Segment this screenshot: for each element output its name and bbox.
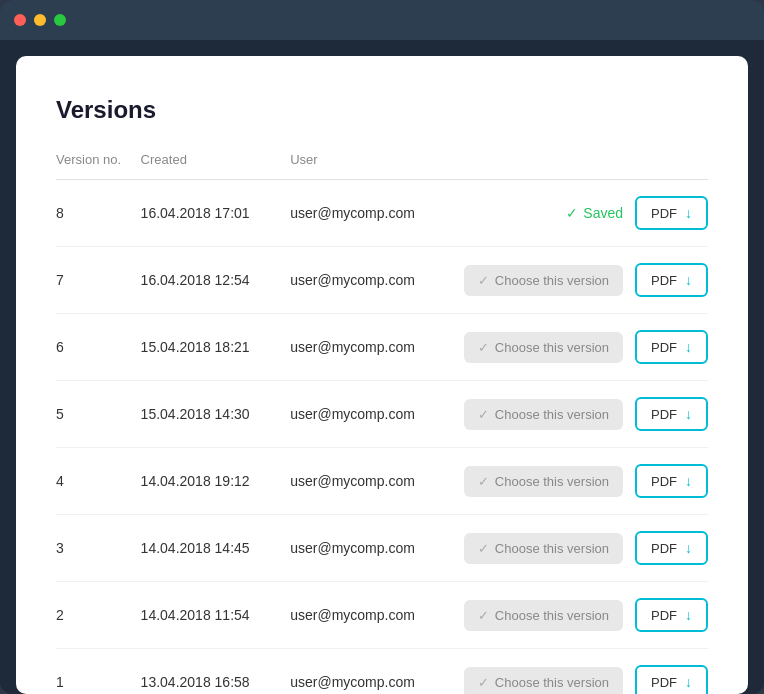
table-row: 214.04.2018 11:54user@mycomp.com✓Choose … bbox=[56, 582, 708, 649]
download-icon: ↓ bbox=[685, 540, 692, 556]
version-number: 2 bbox=[56, 582, 141, 649]
pdf-download-button[interactable]: PDF↓ bbox=[635, 598, 708, 632]
check-icon: ✓ bbox=[478, 407, 489, 422]
pdf-label: PDF bbox=[651, 206, 677, 221]
choose-version-label: Choose this version bbox=[495, 474, 609, 489]
choose-version-label: Choose this version bbox=[495, 340, 609, 355]
pdf-label: PDF bbox=[651, 608, 677, 623]
version-created: 15.04.2018 14:30 bbox=[141, 381, 291, 448]
app-window: Versions Version no. Created User 816.04… bbox=[0, 0, 764, 694]
check-icon: ✓ bbox=[478, 340, 489, 355]
download-icon: ↓ bbox=[685, 674, 692, 690]
version-actions: ✓Choose this versionPDF↓ bbox=[464, 515, 708, 582]
choose-version-button[interactable]: ✓Choose this version bbox=[464, 667, 623, 695]
version-user: user@mycomp.com bbox=[290, 381, 464, 448]
check-icon: ✓ bbox=[566, 205, 578, 221]
version-actions: ✓Choose this versionPDF↓ bbox=[464, 314, 708, 381]
version-actions: ✓Choose this versionPDF↓ bbox=[464, 649, 708, 695]
choose-version-button[interactable]: ✓Choose this version bbox=[464, 600, 623, 631]
version-number: 4 bbox=[56, 448, 141, 515]
version-created: 14.04.2018 14:45 bbox=[141, 515, 291, 582]
choose-version-button[interactable]: ✓Choose this version bbox=[464, 399, 623, 430]
check-icon: ✓ bbox=[478, 273, 489, 288]
pdf-label: PDF bbox=[651, 474, 677, 489]
version-user: user@mycomp.com bbox=[290, 515, 464, 582]
version-actions: ✓Choose this versionPDF↓ bbox=[464, 247, 708, 314]
minimize-button[interactable] bbox=[34, 14, 46, 26]
table-row: 716.04.2018 12:54user@mycomp.com✓Choose … bbox=[56, 247, 708, 314]
col-header-created: Created bbox=[141, 152, 291, 180]
download-icon: ↓ bbox=[685, 406, 692, 422]
version-number: 7 bbox=[56, 247, 141, 314]
pdf-label: PDF bbox=[651, 675, 677, 690]
pdf-download-button[interactable]: PDF↓ bbox=[635, 665, 708, 694]
version-number: 8 bbox=[56, 180, 141, 247]
choose-version-label: Choose this version bbox=[495, 675, 609, 690]
pdf-label: PDF bbox=[651, 340, 677, 355]
version-user: user@mycomp.com bbox=[290, 582, 464, 649]
saved-badge: ✓ Saved bbox=[566, 205, 623, 221]
version-created: 14.04.2018 11:54 bbox=[141, 582, 291, 649]
version-actions: ✓ SavedPDF↓ bbox=[464, 180, 708, 247]
maximize-button[interactable] bbox=[54, 14, 66, 26]
pdf-label: PDF bbox=[651, 407, 677, 422]
pdf-download-button[interactable]: PDF↓ bbox=[635, 397, 708, 431]
pdf-download-button[interactable]: PDF↓ bbox=[635, 464, 708, 498]
table-row: 615.04.2018 18:21user@mycomp.com✓Choose … bbox=[56, 314, 708, 381]
choose-version-button[interactable]: ✓Choose this version bbox=[464, 533, 623, 564]
check-icon: ✓ bbox=[478, 675, 489, 690]
choose-version-button[interactable]: ✓Choose this version bbox=[464, 332, 623, 363]
version-user: user@mycomp.com bbox=[290, 180, 464, 247]
version-number: 5 bbox=[56, 381, 141, 448]
titlebar bbox=[0, 0, 764, 40]
version-user: user@mycomp.com bbox=[290, 649, 464, 695]
download-icon: ↓ bbox=[685, 607, 692, 623]
version-created: 16.04.2018 17:01 bbox=[141, 180, 291, 247]
col-header-user: User bbox=[290, 152, 464, 180]
version-number: 1 bbox=[56, 649, 141, 695]
download-icon: ↓ bbox=[685, 339, 692, 355]
col-header-version: Version no. bbox=[56, 152, 141, 180]
pdf-label: PDF bbox=[651, 273, 677, 288]
version-actions: ✓Choose this versionPDF↓ bbox=[464, 582, 708, 649]
pdf-download-button[interactable]: PDF↓ bbox=[635, 263, 708, 297]
pdf-download-button[interactable]: PDF↓ bbox=[635, 330, 708, 364]
version-user: user@mycomp.com bbox=[290, 247, 464, 314]
download-icon: ↓ bbox=[685, 272, 692, 288]
version-created: 13.04.2018 16:58 bbox=[141, 649, 291, 695]
version-created: 16.04.2018 12:54 bbox=[141, 247, 291, 314]
close-button[interactable] bbox=[14, 14, 26, 26]
table-row: 816.04.2018 17:01user@mycomp.com✓ SavedP… bbox=[56, 180, 708, 247]
version-actions: ✓Choose this versionPDF↓ bbox=[464, 381, 708, 448]
check-icon: ✓ bbox=[478, 474, 489, 489]
version-created: 14.04.2018 19:12 bbox=[141, 448, 291, 515]
pdf-download-button[interactable]: PDF↓ bbox=[635, 196, 708, 230]
choose-version-label: Choose this version bbox=[495, 608, 609, 623]
choose-version-button[interactable]: ✓Choose this version bbox=[464, 265, 623, 296]
version-created: 15.04.2018 18:21 bbox=[141, 314, 291, 381]
version-number: 3 bbox=[56, 515, 141, 582]
table-row: 113.04.2018 16:58user@mycomp.com✓Choose … bbox=[56, 649, 708, 695]
table-row: 515.04.2018 14:30user@mycomp.com✓Choose … bbox=[56, 381, 708, 448]
version-number: 6 bbox=[56, 314, 141, 381]
table-row: 314.04.2018 14:45user@mycomp.com✓Choose … bbox=[56, 515, 708, 582]
version-actions: ✓Choose this versionPDF↓ bbox=[464, 448, 708, 515]
choose-version-button[interactable]: ✓Choose this version bbox=[464, 466, 623, 497]
pdf-label: PDF bbox=[651, 541, 677, 556]
choose-version-label: Choose this version bbox=[495, 407, 609, 422]
download-icon: ↓ bbox=[685, 473, 692, 489]
page-title: Versions bbox=[56, 96, 708, 124]
choose-version-label: Choose this version bbox=[495, 541, 609, 556]
pdf-download-button[interactable]: PDF↓ bbox=[635, 531, 708, 565]
choose-version-label: Choose this version bbox=[495, 273, 609, 288]
check-icon: ✓ bbox=[478, 608, 489, 623]
check-icon: ✓ bbox=[478, 541, 489, 556]
version-user: user@mycomp.com bbox=[290, 448, 464, 515]
versions-table: Version no. Created User 816.04.2018 17:… bbox=[56, 152, 708, 694]
download-icon: ↓ bbox=[685, 205, 692, 221]
version-user: user@mycomp.com bbox=[290, 314, 464, 381]
main-content: Versions Version no. Created User 816.04… bbox=[16, 56, 748, 694]
table-row: 414.04.2018 19:12user@mycomp.com✓Choose … bbox=[56, 448, 708, 515]
